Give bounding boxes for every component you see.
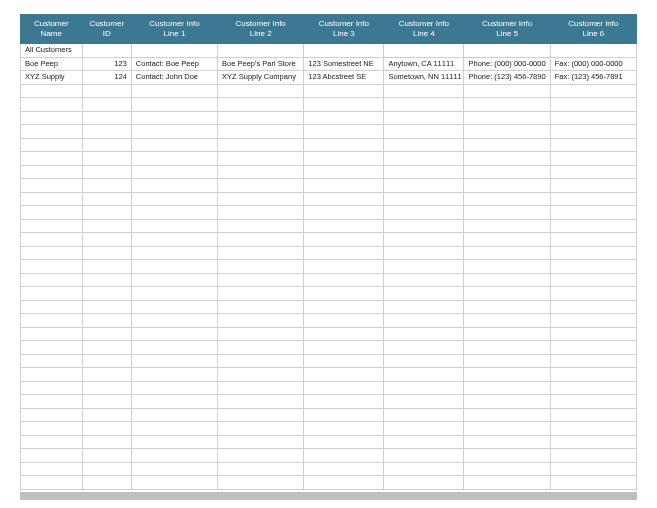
cell[interactable] bbox=[384, 44, 464, 58]
cell-line3[interactable]: 123 Abcstreet SE bbox=[304, 71, 384, 85]
cell[interactable] bbox=[82, 287, 131, 301]
cell[interactable] bbox=[21, 192, 83, 206]
cell[interactable] bbox=[550, 368, 636, 382]
cell[interactable] bbox=[384, 219, 464, 233]
cell[interactable] bbox=[21, 260, 83, 274]
cell[interactable] bbox=[218, 138, 304, 152]
cell[interactable] bbox=[384, 395, 464, 409]
cell[interactable] bbox=[550, 98, 636, 112]
cell[interactable] bbox=[464, 395, 550, 409]
cell[interactable] bbox=[384, 233, 464, 247]
cell[interactable] bbox=[82, 422, 131, 436]
cell[interactable] bbox=[218, 179, 304, 193]
cell[interactable] bbox=[21, 165, 83, 179]
cell[interactable] bbox=[218, 260, 304, 274]
cell[interactable] bbox=[550, 408, 636, 422]
cell[interactable] bbox=[304, 179, 384, 193]
cell-name[interactable]: XYZ Supply bbox=[21, 71, 83, 85]
cell[interactable] bbox=[131, 219, 217, 233]
cell[interactable] bbox=[304, 125, 384, 139]
cell[interactable] bbox=[384, 381, 464, 395]
cell[interactable] bbox=[218, 408, 304, 422]
cell[interactable] bbox=[464, 246, 550, 260]
cell[interactable] bbox=[21, 462, 83, 476]
cell[interactable] bbox=[550, 44, 636, 58]
cell[interactable] bbox=[21, 449, 83, 463]
cell[interactable] bbox=[384, 84, 464, 98]
cell[interactable] bbox=[384, 179, 464, 193]
cell-line1[interactable]: Contact: John Doe bbox=[131, 71, 217, 85]
cell[interactable] bbox=[218, 327, 304, 341]
cell[interactable] bbox=[464, 192, 550, 206]
cell[interactable] bbox=[304, 44, 384, 58]
cell[interactable] bbox=[304, 84, 384, 98]
cell[interactable] bbox=[131, 44, 217, 58]
cell[interactable] bbox=[131, 152, 217, 166]
cell[interactable] bbox=[82, 98, 131, 112]
col-header-id[interactable]: Customer ID bbox=[82, 15, 131, 44]
cell[interactable] bbox=[218, 476, 304, 490]
cell-id[interactable]: 123 bbox=[82, 57, 131, 71]
cell[interactable] bbox=[21, 152, 83, 166]
cell[interactable] bbox=[550, 84, 636, 98]
col-header-line4[interactable]: Customer Info Line 4 bbox=[384, 15, 464, 44]
cell[interactable] bbox=[131, 125, 217, 139]
cell[interactable] bbox=[131, 395, 217, 409]
col-header-line1[interactable]: Customer Info Line 1 bbox=[131, 15, 217, 44]
cell[interactable] bbox=[464, 206, 550, 220]
cell[interactable] bbox=[21, 287, 83, 301]
cell[interactable] bbox=[82, 165, 131, 179]
cell[interactable] bbox=[550, 125, 636, 139]
cell[interactable] bbox=[218, 246, 304, 260]
cell[interactable] bbox=[464, 381, 550, 395]
cell[interactable] bbox=[21, 233, 83, 247]
cell[interactable] bbox=[304, 462, 384, 476]
cell[interactable] bbox=[82, 233, 131, 247]
cell[interactable] bbox=[131, 462, 217, 476]
cell[interactable] bbox=[304, 219, 384, 233]
cell[interactable] bbox=[218, 111, 304, 125]
cell[interactable] bbox=[384, 354, 464, 368]
cell[interactable] bbox=[218, 98, 304, 112]
cell[interactable] bbox=[21, 354, 83, 368]
cell[interactable] bbox=[384, 341, 464, 355]
cell[interactable] bbox=[550, 219, 636, 233]
cell[interactable] bbox=[82, 354, 131, 368]
cell[interactable] bbox=[131, 260, 217, 274]
cell[interactable] bbox=[464, 44, 550, 58]
cell[interactable] bbox=[384, 260, 464, 274]
cell[interactable] bbox=[21, 368, 83, 382]
cell[interactable] bbox=[131, 422, 217, 436]
cell[interactable] bbox=[82, 273, 131, 287]
cell[interactable] bbox=[550, 341, 636, 355]
cell[interactable] bbox=[218, 233, 304, 247]
cell[interactable] bbox=[218, 125, 304, 139]
cell[interactable] bbox=[384, 368, 464, 382]
cell[interactable] bbox=[304, 300, 384, 314]
cell[interactable] bbox=[131, 314, 217, 328]
cell[interactable] bbox=[21, 395, 83, 409]
cell[interactable] bbox=[384, 314, 464, 328]
cell[interactable] bbox=[21, 273, 83, 287]
cell[interactable] bbox=[21, 206, 83, 220]
cell-line6[interactable]: Fax: (000) 000-0000 bbox=[550, 57, 636, 71]
cell[interactable] bbox=[218, 435, 304, 449]
cell[interactable] bbox=[304, 273, 384, 287]
cell[interactable] bbox=[21, 125, 83, 139]
cell[interactable] bbox=[550, 476, 636, 490]
col-header-name[interactable]: Customer Name bbox=[21, 15, 83, 44]
cell[interactable] bbox=[550, 422, 636, 436]
cell[interactable] bbox=[464, 165, 550, 179]
cell[interactable] bbox=[550, 206, 636, 220]
cell[interactable] bbox=[304, 395, 384, 409]
cell-line4[interactable]: Sometown, NN 11111 bbox=[384, 71, 464, 85]
cell[interactable] bbox=[304, 341, 384, 355]
cell[interactable] bbox=[82, 44, 131, 58]
cell[interactable] bbox=[82, 246, 131, 260]
col-header-line5[interactable]: Customer Info Line 5 bbox=[464, 15, 550, 44]
cell[interactable] bbox=[550, 138, 636, 152]
cell-id[interactable]: 124 bbox=[82, 71, 131, 85]
cell[interactable] bbox=[82, 260, 131, 274]
cell[interactable] bbox=[550, 152, 636, 166]
cell[interactable] bbox=[82, 368, 131, 382]
